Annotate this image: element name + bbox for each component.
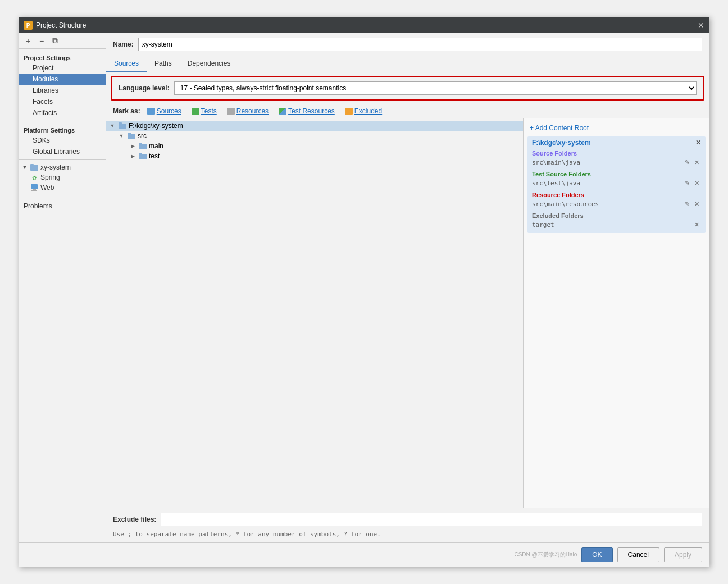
module-web-label: Web (40, 184, 54, 191)
add-content-root-button[interactable]: + Add Content Root (524, 122, 594, 134)
file-tree-panel: ▼ F:\kdgc\xy-system ▼ (106, 118, 524, 508)
bottom-bar: CSDN @不爱学习的Halo OK Cancel Apply (19, 542, 709, 567)
main-folder-icon (138, 142, 147, 150)
platform-settings-section: Platform Settings (19, 124, 106, 135)
test-source-section: Test Source Folders src\test\java ✎ ✕ (532, 170, 701, 188)
excluded-folder-path-0: target (532, 221, 554, 229)
excluded-folder-icon (345, 108, 353, 115)
svg-rect-12 (139, 153, 142, 155)
svg-rect-6 (119, 122, 122, 125)
mark-sources-label: Sources (157, 107, 181, 115)
sidebar-item-facets[interactable]: Facets (19, 96, 106, 107)
svg-rect-1 (30, 164, 34, 166)
sidebar-item-sdks[interactable]: SDKs (19, 135, 106, 146)
content-root-path: F:\kdgc\xy-system (532, 139, 591, 147)
remove-module-button[interactable]: − (36, 35, 47, 47)
test-resources-folder-icon (279, 108, 286, 115)
excluded-folder-actions-0: ✕ (693, 221, 701, 229)
test-source-label: Test Source Folders (532, 170, 701, 179)
cancel-button[interactable]: Cancel (617, 548, 659, 562)
mark-as-sources-button[interactable]: Sources (144, 106, 185, 116)
sidebar-item-label-project: Project (33, 64, 53, 72)
content-root-title: F:\kdgc\xy-system ✕ (532, 139, 701, 147)
exclude-files-label: Exclude files: (113, 515, 156, 523)
module-root-icon (30, 163, 39, 171)
language-level-select[interactable]: 17 - Sealed types, always-strict floatin… (174, 81, 697, 95)
content-area: ▼ F:\kdgc\xy-system ▼ (106, 118, 709, 508)
mark-as-resources-button[interactable]: Resources (224, 106, 272, 116)
source-folders-section: Source Folders src\main\java ✎ ✕ (532, 149, 701, 167)
resource-folder-edit-button-0[interactable]: ✎ (683, 200, 691, 208)
source-folder-remove-button-0[interactable]: ✕ (693, 158, 701, 167)
right-panel: Name: Sources Paths Dependencies Languag… (106, 33, 709, 542)
module-tree-web[interactable]: Web (19, 182, 106, 193)
file-tree-main-label: main (149, 142, 163, 150)
ok-button[interactable]: OK (581, 548, 612, 562)
sidebar-item-modules[interactable]: Modules (19, 74, 106, 85)
dialog-title: Project Structure (36, 21, 698, 29)
sidebar-item-artifacts[interactable]: Artifacts (19, 107, 106, 118)
tree-toggle-test: ▶ (129, 153, 136, 159)
close-button[interactable]: ✕ (698, 21, 704, 30)
svg-rect-3 (33, 189, 36, 190)
module-tree-spring[interactable]: ✿ Spring (19, 172, 106, 182)
mark-test-resources-label: Test Resources (288, 107, 335, 115)
copy-module-button[interactable]: ⧉ (49, 35, 61, 47)
sidebar-item-libraries[interactable]: Libraries (19, 85, 106, 96)
test-source-path-0: src\test\java (532, 180, 580, 187)
sidebar-item-global-libraries[interactable]: Global Libraries (19, 146, 106, 157)
root-folder-icon (118, 122, 127, 130)
source-folder-path-0: src\main\java (532, 159, 580, 166)
app-icon: P (24, 21, 33, 30)
sidebar-nav: Project Settings Project Modules Librari… (19, 49, 106, 542)
name-input[interactable] (138, 38, 702, 51)
resource-folder-entry-0: src\main\resources ✎ ✕ (532, 199, 701, 209)
mark-resources-label: Resources (236, 107, 269, 115)
apply-button[interactable]: Apply (664, 548, 702, 562)
sources-folder-icon (147, 108, 155, 115)
excluded-folders-label: Excluded Folders (532, 211, 701, 220)
src-folder-icon (127, 132, 136, 140)
module-tree-root[interactable]: ▼ xy-system (19, 162, 106, 172)
add-module-button[interactable]: + (22, 35, 34, 47)
file-tree-root-row[interactable]: ▼ F:\kdgc\xy-system (106, 121, 523, 131)
file-tree-src-row[interactable]: ▼ src (106, 131, 523, 141)
file-tree-main-row[interactable]: ▶ main (106, 141, 523, 151)
separator1 (19, 121, 106, 121)
mark-as-row: Mark as: Sources Tests Resources (106, 104, 709, 118)
mark-as-test-resources-button[interactable]: Test Resources (275, 106, 338, 116)
mark-as-tests-button[interactable]: Tests (188, 106, 220, 116)
resource-folders-section: Resource Folders src\main\resources ✎ ✕ (532, 190, 701, 209)
resource-folder-remove-button-0[interactable]: ✕ (693, 200, 701, 208)
tab-dependencies[interactable]: Dependencies (180, 56, 239, 72)
test-source-entry-0: src\test\java ✎ ✕ (532, 179, 701, 188)
sidebar-toolbar: + − ⧉ (19, 33, 106, 49)
excluded-folder-remove-button-0[interactable]: ✕ (693, 221, 701, 229)
project-structure-dialog: P Project Structure ✕ + − ⧉ Project Sett… (19, 17, 709, 567)
sidebar-item-label-facets: Facets (33, 98, 53, 106)
test-source-remove-button-0[interactable]: ✕ (693, 179, 701, 188)
tab-sources[interactable]: Sources (106, 56, 147, 72)
sidebar-item-project[interactable]: Project (19, 62, 106, 74)
test-source-edit-button-0[interactable]: ✎ (683, 179, 691, 188)
test-folder-icon (138, 152, 147, 160)
sidebar-item-label-global-libs: Global Libraries (33, 148, 80, 156)
tree-toggle-root: ▼ (21, 165, 28, 170)
source-folder-edit-button-0[interactable]: ✎ (683, 158, 691, 167)
name-label: Name: (113, 40, 134, 48)
tree-toggle-src: ▼ (117, 133, 125, 139)
svg-rect-8 (128, 133, 131, 135)
resource-folder-path-0: src\main\resources (532, 200, 599, 208)
excluded-folder-entry-0: target ✕ (532, 220, 701, 230)
language-level-label: Language level: (119, 84, 170, 92)
svg-rect-2 (31, 184, 38, 189)
sidebar-item-problems[interactable]: Problems (19, 200, 106, 212)
file-tree-test-row[interactable]: ▶ test (106, 151, 523, 161)
source-folder-entry-0: src\main\java ✎ ✕ (532, 158, 701, 167)
exclude-files-input[interactable] (161, 513, 702, 526)
mark-as-label: Mark as: (113, 107, 140, 115)
content-root-close-button[interactable]: ✕ (695, 139, 701, 147)
exclude-hint: Use ; to separate name patterns, * for a… (106, 531, 709, 542)
mark-as-excluded-button[interactable]: Excluded (342, 106, 385, 116)
tab-paths[interactable]: Paths (147, 56, 180, 72)
